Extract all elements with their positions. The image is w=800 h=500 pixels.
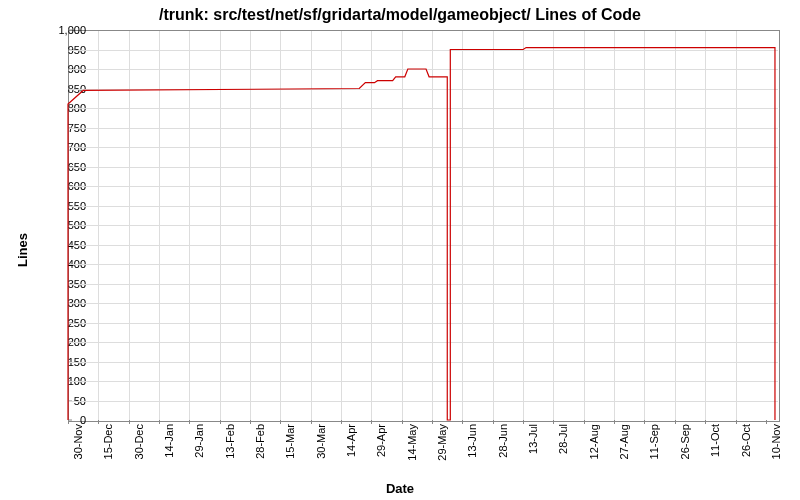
x-tick-label: 14-Apr (345, 424, 357, 457)
chart-title: /trunk: src/test/net/sf/gridarta/model/g… (0, 6, 800, 24)
x-tick-label: 29-Jan (193, 424, 205, 458)
x-tick-label: 15-Mar (284, 424, 296, 459)
x-tick-label: 28-Jun (497, 424, 509, 458)
x-tick-label: 14-May (406, 424, 418, 461)
x-tick-label: 13-Feb (224, 424, 236, 459)
y-axis-label: Lines (15, 233, 30, 267)
loc-series-line (68, 48, 775, 420)
x-tick-label: 30-Mar (315, 424, 327, 459)
x-tick-label: 14-Jan (163, 424, 175, 458)
x-tick-label: 28-Feb (254, 424, 266, 459)
x-tick-label: 30-Nov (72, 424, 84, 459)
x-tick-label: 11-Sep (648, 424, 660, 459)
x-tick-label: 30-Dec (133, 424, 145, 459)
x-tick-label: 29-May (436, 424, 448, 461)
x-tick-label: 12-Aug (588, 424, 600, 459)
x-tick-label: 10-Nov (770, 424, 782, 459)
x-tick-label: 27-Aug (618, 424, 630, 459)
x-tick-label: 13-Jun (466, 424, 478, 458)
x-tick-label: 29-Apr (375, 424, 387, 457)
chart-container: /trunk: src/test/net/sf/gridarta/model/g… (0, 0, 800, 500)
chart-line-layer (68, 30, 778, 420)
x-tick-label: 26-Oct (740, 424, 752, 457)
x-tick-label: 26-Sep (679, 424, 691, 459)
x-tick-label: 13-Jul (527, 424, 539, 454)
x-axis-label: Date (0, 481, 800, 496)
x-tick-label: 28-Jul (557, 424, 569, 454)
x-tick-label: 11-Oct (709, 424, 721, 457)
x-tick-label: 15-Dec (102, 424, 114, 459)
